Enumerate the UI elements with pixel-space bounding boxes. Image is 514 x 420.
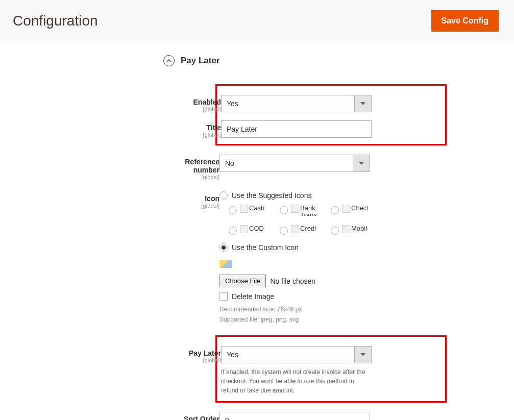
enabled-scope: [global] — [162, 106, 221, 112]
paylater-field-label: Pay Later — [162, 349, 221, 357]
use-custom-radio[interactable] — [219, 243, 228, 252]
reference-select[interactable]: No — [219, 155, 370, 172]
icon-option-radio[interactable] — [280, 227, 288, 235]
choose-file-button[interactable]: Choose File — [219, 275, 266, 287]
icon-check: Check — [342, 205, 368, 216]
reference-scope: [global] — [161, 174, 219, 180]
section-collapse-toggle[interactable] — [163, 55, 175, 66]
icon-cash: Cash — [240, 205, 265, 216]
enabled-select[interactable]: Yes — [221, 95, 372, 112]
title-input[interactable] — [221, 120, 372, 138]
icon-option-radio[interactable] — [229, 227, 237, 235]
use-custom-label: Use the Custom Icon — [232, 243, 299, 252]
paylater-scope: [global] — [162, 357, 221, 363]
paylater-note: If enabled, the system will not create i… — [221, 367, 372, 395]
icon-label: Icon — [161, 194, 219, 203]
delete-image-checkbox[interactable] — [219, 292, 228, 301]
use-suggested-label: Use the Suggested Icons — [232, 191, 311, 200]
highlight-box-2: Pay Later [global] Yes If enabled, the s… — [215, 335, 447, 403]
sort-label: Sort Order — [161, 415, 219, 420]
icon-option-radio[interactable] — [331, 227, 339, 235]
custom-icon-preview — [219, 260, 232, 268]
icon-mobile: Mobile — [342, 225, 368, 236]
chevron-up-icon — [166, 58, 172, 63]
file-status: No file chosen — [270, 277, 315, 285]
enabled-label: Enabled — [162, 98, 221, 106]
icon-hint-type: Supported file: jpeg, png, svg — [219, 315, 443, 324]
icon-option-radio[interactable] — [229, 206, 237, 214]
sort-order-input[interactable] — [219, 412, 370, 420]
paylater-select[interactable]: Yes — [221, 346, 372, 363]
page-title: Configuration — [13, 13, 98, 29]
icon-scope: [global] — [161, 203, 219, 209]
section-title: Pay Later — [181, 56, 220, 66]
delete-image-label: Delete Image — [232, 292, 274, 301]
icon-bank-transfer: Bank Transfer — [291, 205, 316, 216]
use-suggested-radio[interactable] — [219, 191, 228, 200]
title-scope: [global] — [162, 132, 221, 138]
icon-credit: Credit — [291, 225, 316, 236]
save-config-button[interactable]: Save Config — [431, 10, 499, 32]
icon-hint-size: Recommended size: 76x46 px — [219, 305, 443, 314]
icon-cod: COD — [240, 225, 265, 236]
icon-option-radio[interactable] — [280, 206, 288, 214]
icon-option-radio[interactable] — [331, 206, 339, 214]
reference-label: Reference number — [161, 158, 219, 174]
highlight-box-1: Enabled [global] Yes Title [global] — [215, 84, 447, 145]
title-label: Title — [162, 123, 221, 132]
